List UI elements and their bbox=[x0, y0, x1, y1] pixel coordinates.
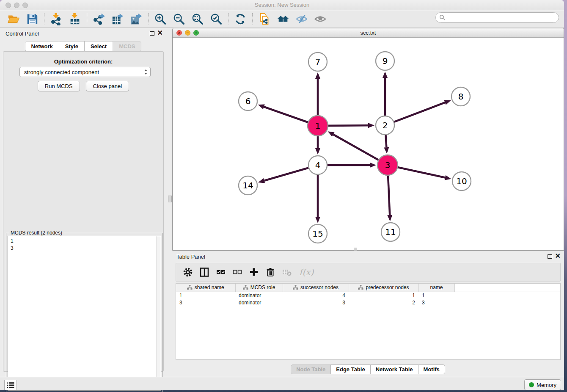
edge-1-4[interactable] bbox=[315, 136, 320, 155]
toolbar-separator bbox=[87, 13, 87, 25]
cell-name[interactable]: 3 bbox=[418, 299, 454, 306]
memory-button[interactable]: Memory bbox=[524, 379, 561, 390]
mcds-result-textarea[interactable]: 13 bbox=[8, 236, 161, 391]
cell-shared-name[interactable]: 1 bbox=[176, 292, 235, 299]
tab-mcds[interactable]: MCDS bbox=[113, 41, 141, 52]
column-header-MCDS-role[interactable]: MCDS role bbox=[235, 284, 283, 292]
canvas-resize-grip[interactable] bbox=[354, 248, 357, 251]
task-history-button[interactable] bbox=[4, 380, 17, 390]
column-header-predecessor-nodes[interactable]: predecessor nodes bbox=[349, 284, 418, 292]
zoom-fit-icon[interactable] bbox=[191, 13, 204, 25]
column-header-successor-nodes[interactable]: successor nodes bbox=[283, 284, 349, 292]
cell-predecessor-nodes[interactable]: 2 bbox=[349, 299, 418, 306]
tab-select[interactable]: Select bbox=[84, 41, 113, 52]
edge-4-15[interactable] bbox=[315, 175, 320, 223]
table-row[interactable]: 1dominator411 bbox=[176, 292, 560, 299]
node-15[interactable]: 15 bbox=[308, 224, 327, 243]
node-label: 8 bbox=[458, 91, 464, 102]
save-session-icon[interactable] bbox=[26, 13, 39, 25]
import-table-icon[interactable] bbox=[69, 13, 81, 25]
function-builder-icon[interactable]: f(x) bbox=[299, 267, 314, 277]
add-column-icon[interactable] bbox=[249, 267, 259, 277]
export-network-icon[interactable] bbox=[93, 13, 105, 25]
scrollbar-track[interactable] bbox=[156, 236, 161, 390]
open-session-icon[interactable] bbox=[7, 13, 20, 25]
criterion-dropdown[interactable]: strongly connected component bbox=[19, 67, 151, 77]
node-3[interactable]: 3 bbox=[377, 155, 398, 175]
tab-network-table[interactable]: Network Table bbox=[370, 364, 418, 374]
network-canvas[interactable]: 7968124314101511 bbox=[173, 38, 564, 250]
table-row[interactable]: 3dominator323 bbox=[176, 299, 560, 306]
optimization-criterion-label: Optimization criterion: bbox=[3, 58, 163, 65]
float-panel-icon[interactable] bbox=[548, 254, 552, 259]
edge-3-1[interactable] bbox=[328, 131, 379, 160]
edge-1-6[interactable] bbox=[258, 105, 308, 122]
cell-MCDS-role[interactable]: dominator bbox=[235, 299, 283, 306]
close-panel-icon[interactable]: ✕ bbox=[555, 252, 561, 260]
tab-network[interactable]: Network bbox=[25, 41, 59, 52]
export-table-icon[interactable] bbox=[111, 13, 124, 25]
panel-splitter-grip[interactable] bbox=[168, 196, 172, 202]
node-11[interactable]: 11 bbox=[381, 223, 400, 241]
delete-column-icon[interactable] bbox=[265, 267, 275, 277]
close-panel-icon[interactable]: ✕ bbox=[157, 29, 163, 37]
column-layout-icon[interactable] bbox=[199, 267, 209, 277]
tab-edge-table[interactable]: Edge Table bbox=[330, 364, 370, 374]
clone-network-icon[interactable] bbox=[258, 13, 271, 25]
node-label: 2 bbox=[383, 120, 388, 130]
select-all-icon[interactable] bbox=[216, 267, 226, 277]
refresh-layout-icon[interactable] bbox=[234, 13, 247, 25]
edge-4-14[interactable] bbox=[258, 168, 308, 183]
node-6[interactable]: 6 bbox=[239, 92, 257, 110]
edge-3-11[interactable] bbox=[387, 176, 392, 221]
node-14[interactable]: 14 bbox=[239, 176, 257, 195]
status-bar: Memory bbox=[0, 377, 564, 390]
search-input[interactable] bbox=[448, 14, 559, 21]
edge-1-2[interactable] bbox=[328, 123, 374, 128]
edge-2-3[interactable] bbox=[384, 135, 389, 154]
edge-3-10[interactable] bbox=[398, 167, 451, 180]
control-panel-tabs: NetworkStyleSelectMCDS bbox=[0, 41, 167, 52]
node-1[interactable]: 1 bbox=[308, 116, 328, 136]
node-7[interactable]: 7 bbox=[308, 52, 327, 71]
run-mcds-button[interactable]: Run MCDS bbox=[38, 81, 80, 91]
delete-table-icon[interactable] bbox=[282, 267, 292, 277]
tab-motifs[interactable]: Motifs bbox=[418, 364, 445, 374]
cell-successor-nodes[interactable]: 3 bbox=[283, 299, 349, 306]
network-window-titlebar[interactable]: × − + scc.txt bbox=[173, 28, 564, 38]
float-panel-icon[interactable] bbox=[150, 31, 154, 36]
search-field[interactable] bbox=[435, 12, 559, 23]
edge-2-8[interactable] bbox=[394, 100, 451, 122]
node-2[interactable]: 2 bbox=[376, 116, 394, 135]
cell-MCDS-role[interactable]: dominator bbox=[235, 292, 283, 299]
first-neighbors-icon[interactable] bbox=[277, 13, 289, 25]
export-image-icon[interactable] bbox=[130, 13, 143, 25]
edge-2-9[interactable] bbox=[383, 72, 388, 116]
network-view-window: × − + scc.txt 7968124314101511 bbox=[172, 28, 564, 251]
cell-successor-nodes[interactable]: 4 bbox=[283, 292, 349, 299]
control-panel: Control Panel ✕ NetworkStyleSelectMCDS O… bbox=[0, 28, 167, 374]
import-network-icon[interactable] bbox=[50, 13, 63, 25]
cell-predecessor-nodes[interactable]: 1 bbox=[349, 292, 418, 299]
node-9[interactable]: 9 bbox=[376, 52, 394, 70]
node-4[interactable]: 4 bbox=[308, 156, 327, 174]
column-header-name[interactable]: name bbox=[418, 284, 454, 292]
table-options-gear-icon[interactable] bbox=[183, 267, 193, 277]
edge-4-3[interactable] bbox=[328, 163, 376, 168]
zoom-out-icon[interactable] bbox=[173, 13, 185, 25]
node-10[interactable]: 10 bbox=[452, 172, 471, 190]
cell-name[interactable]: 1 bbox=[418, 292, 454, 299]
arrowhead bbox=[384, 147, 389, 154]
cell-shared-name[interactable]: 3 bbox=[176, 299, 235, 306]
node-8[interactable]: 8 bbox=[451, 87, 470, 106]
tab-style[interactable]: Style bbox=[59, 41, 85, 52]
hide-selected-icon[interactable] bbox=[295, 13, 308, 25]
deselect-all-icon[interactable] bbox=[232, 267, 242, 277]
zoom-in-icon[interactable] bbox=[154, 13, 167, 25]
column-header-shared-name[interactable]: shared name bbox=[176, 284, 235, 292]
tab-node-table[interactable]: Node Table bbox=[291, 364, 331, 374]
show-all-icon[interactable] bbox=[314, 13, 327, 25]
close-panel-button[interactable]: Close panel bbox=[86, 81, 129, 91]
zoom-selected-icon[interactable] bbox=[210, 13, 223, 25]
edge-1-7[interactable] bbox=[315, 72, 320, 115]
